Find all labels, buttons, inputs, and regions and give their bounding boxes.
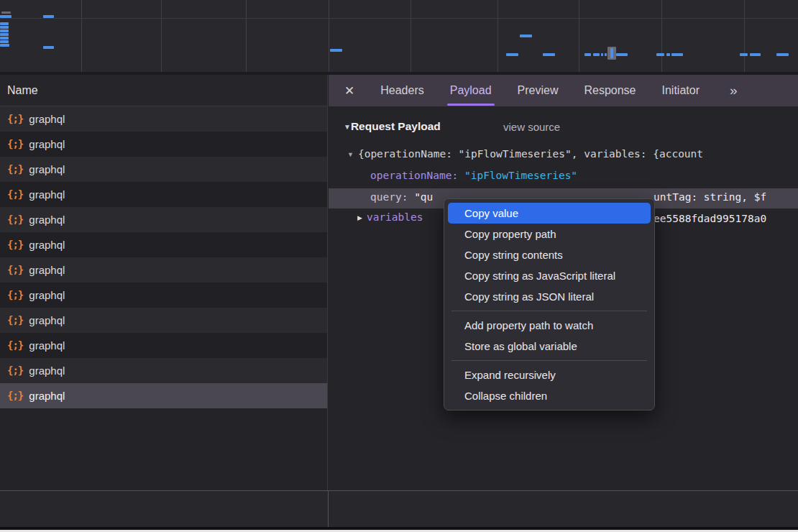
request-name-label: graphql [29, 257, 65, 283]
devtools-network-window: Name {;}graphql{;}graphql{;}graphql{;}gr… [0, 0, 798, 532]
json-fetch-icon: {;} [7, 182, 23, 207]
tab-headers[interactable]: Headers [380, 75, 423, 106]
name-column-header[interactable]: Name [0, 75, 327, 106]
timeline-gridline [161, 0, 162, 72]
timeline-gridline [329, 0, 329, 72]
request-name-label: graphql [29, 358, 65, 383]
more-tabs-icon[interactable]: » [730, 83, 738, 98]
footer-panel-divider [328, 491, 329, 527]
json-fetch-icon: {;} [7, 358, 23, 383]
request-row[interactable]: {;}graphql [0, 358, 327, 383]
json-fetch-icon: {;} [7, 257, 23, 283]
timeline-request-bar[interactable] [616, 53, 628, 56]
payload-root-row[interactable]: ▼{operationName: "ipFlowTimeseries", var… [347, 148, 798, 160]
request-name-label: graphql [29, 106, 65, 132]
request-payload-section-header[interactable]: ▼Request Payload [344, 120, 441, 133]
menu-item-copy-string-as-javascript-literal[interactable]: Copy string as JavaScript literal [444, 265, 654, 286]
json-fetch-icon: {;} [7, 207, 23, 232]
menu-item-copy-property-path[interactable]: Copy property path [444, 224, 654, 244]
timeline-gridline [661, 0, 662, 72]
timeline-request-bar[interactable] [740, 53, 748, 56]
close-icon[interactable]: ✕ [344, 83, 354, 98]
json-fetch-icon: {;} [7, 132, 23, 157]
request-name-label: graphql [29, 232, 65, 257]
request-rows: {;}graphql{;}graphql{;}graphql{;}graphql… [0, 106, 327, 408]
variables-value-right-fragment: ee5588fdad995178a0 [653, 213, 766, 224]
property-value: "ipFlowTimeseries" [464, 170, 577, 181]
timeline-request-bar[interactable] [1, 12, 11, 14]
json-fetch-icon: {;} [7, 383, 23, 408]
timeline-request-bar[interactable] [601, 53, 603, 56]
menu-item-collapse-children[interactable]: Collapse children [444, 385, 654, 406]
detail-tabs: HeadersPayloadPreviewResponseInitiator [380, 75, 700, 106]
network-overview-timeline[interactable] [0, 0, 798, 75]
request-row[interactable]: {;}graphql [0, 333, 327, 358]
property-value-fragment: "qu [414, 191, 433, 203]
timeline-request-bar[interactable] [0, 33, 9, 36]
timeline-request-bar[interactable] [593, 53, 600, 56]
timeline-request-bar[interactable] [610, 48, 613, 58]
menu-item-store-as-global-variable[interactable]: Store as global variable [444, 336, 654, 357]
timeline-request-bar[interactable] [0, 37, 9, 40]
request-row[interactable]: {;}graphql [0, 383, 327, 408]
menu-item-copy-string-contents[interactable]: Copy string contents [444, 244, 654, 265]
timeline-request-bar[interactable] [43, 46, 54, 49]
timeline-request-bar[interactable] [520, 35, 532, 37]
tab-preview[interactable]: Preview [518, 75, 559, 106]
timeline-gridline [411, 0, 411, 72]
timeline-request-bar[interactable] [0, 29, 9, 32]
timeline-request-bar[interactable] [43, 15, 54, 18]
request-name-label: graphql [29, 132, 65, 157]
timeline-request-bar[interactable] [656, 53, 664, 56]
request-name-label: graphql [29, 308, 65, 333]
menu-item-expand-recursively[interactable]: Expand recursively [444, 364, 654, 385]
request-row[interactable]: {;}graphql [0, 232, 327, 257]
request-row[interactable]: {;}graphql [0, 283, 327, 308]
menu-item-copy-value[interactable]: Copy value [448, 203, 651, 224]
json-fetch-icon: {;} [7, 106, 23, 132]
menu-item-copy-string-as-json-literal[interactable]: Copy string as JSON literal [444, 286, 654, 307]
request-row[interactable]: {;}graphql [0, 132, 327, 157]
request-row[interactable]: {;}graphql [0, 182, 327, 207]
timeline-request-bar[interactable] [584, 53, 591, 56]
timeline-gridline [497, 0, 498, 72]
tab-response[interactable]: Response [584, 75, 636, 106]
payload-operationname-row[interactable]: operationName: "ipFlowTimeseries" [370, 170, 798, 181]
query-value-right-fragment: untTag: string, $f [653, 191, 766, 203]
json-fetch-icon: {;} [7, 333, 23, 358]
json-fetch-icon: {;} [7, 308, 23, 333]
tab-payload[interactable]: Payload [450, 75, 492, 106]
timeline-request-bar[interactable] [543, 53, 555, 56]
timeline-gridline [0, 18, 798, 19]
expanded-triangle-icon[interactable]: ▼ [347, 151, 354, 158]
collapsed-triangle-icon[interactable]: ▶ [357, 214, 362, 221]
timeline-request-bar[interactable] [671, 53, 683, 56]
name-column-label: Name [7, 84, 38, 96]
request-name-label: graphql [29, 157, 65, 182]
timeline-request-bar[interactable] [0, 44, 9, 47]
timeline-request-bar[interactable] [0, 40, 9, 43]
json-fetch-icon: {;} [7, 232, 23, 257]
request-row[interactable]: {;}graphql [0, 157, 327, 182]
timeline-request-bar[interactable] [0, 22, 9, 25]
timeline-request-bar[interactable] [0, 26, 9, 29]
request-row[interactable]: {;}graphql [0, 308, 327, 333]
footer-area [0, 491, 798, 527]
view-source-link[interactable]: view source [503, 121, 560, 133]
timeline-request-bar[interactable] [750, 53, 761, 56]
tab-initiator[interactable]: Initiator [662, 75, 700, 106]
request-row[interactable]: {;}graphql [0, 106, 327, 132]
menu-item-add-property-path-to-watch[interactable]: Add property path to watch [444, 315, 654, 336]
timeline-request-bar[interactable] [0, 15, 12, 18]
timeline-request-bar[interactable] [776, 53, 789, 56]
context-menu: Copy valueCopy property pathCopy string … [444, 198, 655, 411]
timeline-gridline [744, 0, 745, 72]
request-name-label: graphql [29, 207, 65, 232]
timeline-request-bar[interactable] [666, 53, 670, 56]
timeline-request-bar[interactable] [605, 53, 607, 56]
timeline-request-bar[interactable] [330, 49, 342, 52]
menu-separator [451, 360, 647, 361]
request-row[interactable]: {;}graphql [0, 257, 327, 283]
timeline-request-bar[interactable] [506, 53, 518, 56]
request-row[interactable]: {;}graphql [0, 207, 327, 232]
